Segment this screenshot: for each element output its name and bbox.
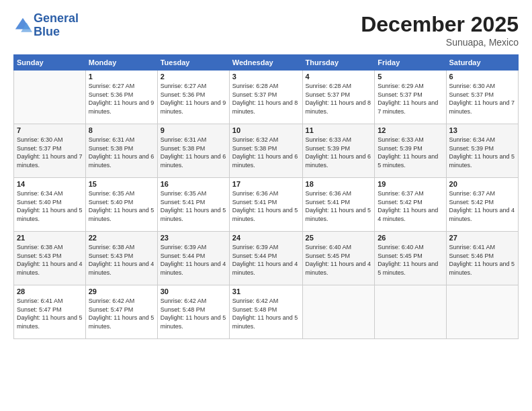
week-row-3: 14Sunrise: 6:34 AMSunset: 5:40 PMDayligh…: [14, 178, 519, 232]
day-cell: 6Sunrise: 6:30 AMSunset: 5:37 PMDaylight…: [446, 71, 518, 124]
calendar-table: SundayMondayTuesdayWednesdayThursdayFrid…: [13, 54, 519, 339]
day-cell: 7Sunrise: 6:30 AMSunset: 5:37 PMDaylight…: [14, 124, 86, 178]
day-number: 17: [232, 180, 300, 188]
week-row-5: 28Sunrise: 6:41 AMSunset: 5:47 PMDayligh…: [14, 285, 519, 339]
day-cell: 25Sunrise: 6:40 AMSunset: 5:45 PMDayligh…: [302, 232, 375, 285]
day-info: Sunrise: 6:32 AMSunset: 5:38 PMDaylight:…: [232, 136, 300, 169]
day-number: 28: [17, 287, 83, 295]
day-number: 6: [449, 73, 515, 81]
week-row-2: 7Sunrise: 6:30 AMSunset: 5:37 PMDaylight…: [14, 124, 519, 178]
title-block: December 2025 Sunuapa, Mexico: [361, 12, 519, 48]
day-info: Sunrise: 6:33 AMSunset: 5:39 PMDaylight:…: [306, 136, 372, 169]
day-info: Sunrise: 6:35 AMSunset: 5:41 PMDaylight:…: [161, 189, 226, 223]
week-row-4: 21Sunrise: 6:38 AMSunset: 5:43 PMDayligh…: [14, 232, 519, 285]
day-number: 3: [232, 73, 300, 81]
day-cell: 14Sunrise: 6:34 AMSunset: 5:40 PMDayligh…: [14, 178, 86, 232]
day-info: Sunrise: 6:31 AMSunset: 5:38 PMDaylight:…: [89, 136, 154, 169]
day-cell: 31Sunrise: 6:42 AMSunset: 5:48 PMDayligh…: [229, 285, 302, 339]
day-number: 19: [378, 180, 443, 188]
day-cell: 22Sunrise: 6:38 AMSunset: 5:43 PMDayligh…: [85, 232, 157, 285]
day-cell: 27Sunrise: 6:41 AMSunset: 5:46 PMDayligh…: [446, 232, 518, 285]
day-number: 4: [306, 73, 372, 81]
day-info: Sunrise: 6:42 AMSunset: 5:47 PMDaylight:…: [89, 297, 154, 330]
day-cell: [375, 285, 446, 339]
day-info: Sunrise: 6:28 AMSunset: 5:37 PMDaylight:…: [306, 82, 372, 116]
day-info: Sunrise: 6:36 AMSunset: 5:41 PMDaylight:…: [306, 189, 372, 223]
col-header-thursday: Thursday: [302, 55, 375, 71]
day-info: Sunrise: 6:37 AMSunset: 5:42 PMDaylight:…: [378, 189, 443, 223]
day-number: 31: [232, 287, 300, 295]
day-cell: 17Sunrise: 6:36 AMSunset: 5:41 PMDayligh…: [229, 178, 302, 232]
col-header-tuesday: Tuesday: [157, 55, 229, 71]
day-number: 8: [89, 126, 154, 134]
day-info: Sunrise: 6:30 AMSunset: 5:37 PMDaylight:…: [17, 136, 83, 169]
logo-line2: Blue: [34, 26, 79, 39]
day-cell: 9Sunrise: 6:31 AMSunset: 5:38 PMDaylight…: [157, 124, 229, 178]
header-row: SundayMondayTuesdayWednesdayThursdayFrid…: [14, 55, 519, 71]
day-cell: 13Sunrise: 6:34 AMSunset: 5:39 PMDayligh…: [446, 124, 518, 178]
day-cell: 29Sunrise: 6:42 AMSunset: 5:47 PMDayligh…: [85, 285, 157, 339]
month-title: December 2025: [361, 12, 519, 37]
logo-text: General Blue: [34, 12, 79, 39]
day-number: 14: [17, 180, 83, 188]
day-info: Sunrise: 6:37 AMSunset: 5:42 PMDaylight:…: [449, 189, 515, 223]
col-header-sunday: Sunday: [14, 55, 86, 71]
day-info: Sunrise: 6:38 AMSunset: 5:43 PMDaylight:…: [89, 243, 154, 277]
day-info: Sunrise: 6:34 AMSunset: 5:39 PMDaylight:…: [449, 136, 515, 169]
day-info: Sunrise: 6:35 AMSunset: 5:40 PMDaylight:…: [89, 189, 154, 223]
day-info: Sunrise: 6:33 AMSunset: 5:39 PMDaylight:…: [378, 136, 443, 169]
week-row-1: 1Sunrise: 6:27 AMSunset: 5:36 PMDaylight…: [14, 71, 519, 124]
day-cell: 18Sunrise: 6:36 AMSunset: 5:41 PMDayligh…: [302, 178, 375, 232]
day-cell: [446, 285, 518, 339]
header: General Blue December 2025 Sunuapa, Mexi…: [13, 12, 519, 48]
day-number: 16: [161, 180, 226, 188]
day-cell: 8Sunrise: 6:31 AMSunset: 5:38 PMDaylight…: [85, 124, 157, 178]
day-number: 1: [89, 73, 154, 81]
day-info: Sunrise: 6:29 AMSunset: 5:37 PMDaylight:…: [378, 82, 443, 116]
day-cell: [302, 285, 375, 339]
day-cell: 1Sunrise: 6:27 AMSunset: 5:36 PMDaylight…: [85, 71, 157, 124]
day-number: 13: [449, 126, 515, 134]
day-info: Sunrise: 6:36 AMSunset: 5:41 PMDaylight:…: [232, 189, 300, 223]
day-number: 7: [17, 126, 83, 134]
day-number: 30: [161, 287, 226, 295]
day-info: Sunrise: 6:41 AMSunset: 5:47 PMDaylight:…: [17, 297, 83, 330]
day-cell: 30Sunrise: 6:42 AMSunset: 5:48 PMDayligh…: [157, 285, 229, 339]
day-cell: 20Sunrise: 6:37 AMSunset: 5:42 PMDayligh…: [446, 178, 518, 232]
col-header-monday: Monday: [85, 55, 157, 71]
day-number: 10: [232, 126, 300, 134]
day-number: 21: [17, 234, 83, 242]
day-cell: 2Sunrise: 6:27 AMSunset: 5:36 PMDaylight…: [157, 71, 229, 124]
day-cell: 19Sunrise: 6:37 AMSunset: 5:42 PMDayligh…: [375, 178, 446, 232]
day-number: 11: [306, 126, 372, 134]
day-cell: 26Sunrise: 6:40 AMSunset: 5:45 PMDayligh…: [375, 232, 446, 285]
col-header-wednesday: Wednesday: [229, 55, 302, 71]
logo-icon: [13, 16, 32, 35]
day-number: 18: [306, 180, 372, 188]
logo-line1: General: [34, 12, 79, 26]
day-cell: 21Sunrise: 6:38 AMSunset: 5:43 PMDayligh…: [14, 232, 86, 285]
day-cell: 12Sunrise: 6:33 AMSunset: 5:39 PMDayligh…: [375, 124, 446, 178]
day-number: 23: [161, 234, 226, 242]
day-cell: 5Sunrise: 6:29 AMSunset: 5:37 PMDaylight…: [375, 71, 446, 124]
subtitle: Sunuapa, Mexico: [361, 37, 519, 48]
day-number: 20: [449, 180, 515, 188]
day-info: Sunrise: 6:40 AMSunset: 5:45 PMDaylight:…: [378, 243, 443, 277]
day-cell: [14, 71, 86, 124]
day-number: 15: [89, 180, 154, 188]
day-cell: 16Sunrise: 6:35 AMSunset: 5:41 PMDayligh…: [157, 178, 229, 232]
day-number: 29: [89, 287, 154, 295]
day-number: 9: [161, 126, 226, 134]
day-cell: 24Sunrise: 6:39 AMSunset: 5:44 PMDayligh…: [229, 232, 302, 285]
day-info: Sunrise: 6:38 AMSunset: 5:43 PMDaylight:…: [17, 243, 83, 277]
day-info: Sunrise: 6:34 AMSunset: 5:40 PMDaylight:…: [17, 189, 83, 223]
day-info: Sunrise: 6:31 AMSunset: 5:38 PMDaylight:…: [161, 136, 226, 169]
day-info: Sunrise: 6:27 AMSunset: 5:36 PMDaylight:…: [89, 82, 154, 116]
day-cell: 10Sunrise: 6:32 AMSunset: 5:38 PMDayligh…: [229, 124, 302, 178]
day-info: Sunrise: 6:41 AMSunset: 5:46 PMDaylight:…: [449, 243, 515, 277]
day-info: Sunrise: 6:39 AMSunset: 5:44 PMDaylight:…: [161, 243, 226, 277]
day-info: Sunrise: 6:30 AMSunset: 5:37 PMDaylight:…: [449, 82, 515, 116]
day-number: 24: [232, 234, 300, 242]
day-number: 5: [378, 73, 443, 81]
day-cell: 3Sunrise: 6:28 AMSunset: 5:37 PMDaylight…: [229, 71, 302, 124]
